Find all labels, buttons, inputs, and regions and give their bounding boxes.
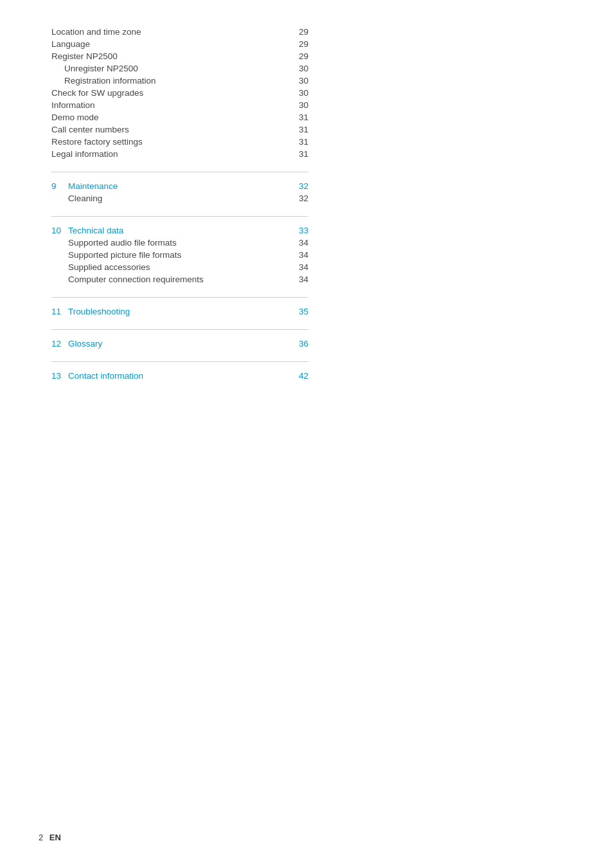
section-divider	[51, 329, 308, 330]
toc-item-label: Demo mode	[51, 113, 289, 122]
toc-item-label: Supplied accessories	[68, 262, 289, 272]
toc-item-page: 29	[289, 27, 308, 37]
section-page: 33	[289, 226, 308, 235]
toc-item-label: Check for SW upgrades	[51, 88, 289, 98]
section-number: 11	[51, 307, 66, 316]
toc-item-page: 31	[289, 137, 308, 147]
section-title: Technical data	[66, 226, 289, 235]
toc-item: Language29	[51, 38, 308, 50]
section-header-row: 12 Glossary 36	[51, 336, 308, 350]
toc-sub-item: Computer connection requirements34	[68, 273, 308, 285]
toc-item-page: 31	[289, 149, 308, 159]
toc-item: Call center numbers31	[51, 123, 308, 136]
toc-item-page: 34	[289, 238, 308, 248]
section-header-row: 10 Technical data 33	[51, 223, 308, 237]
section-header-row: 11 Troubleshooting 35	[51, 304, 308, 318]
toc-item-label: Cleaning	[68, 194, 289, 203]
toc-item-label: Location and time zone	[51, 27, 289, 37]
toc-item: Demo mode31	[51, 111, 308, 123]
toc-item-label: Register NP2500	[51, 51, 289, 61]
section-title: Maintenance	[66, 181, 289, 191]
toc-sub-item: Supplied accessories34	[68, 261, 308, 273]
toc-item-page: 34	[289, 262, 308, 272]
section-header-row: 9 Maintenance 32	[51, 179, 308, 192]
section-divider	[51, 361, 308, 362]
toc-item-page: 30	[289, 76, 308, 86]
sub-items: Cleaning32	[68, 192, 308, 204]
toc-item-page: 32	[289, 194, 308, 203]
sub-items: Supported audio file formats34Supported …	[68, 237, 308, 285]
section-page: 36	[289, 339, 308, 348]
toc-item: Check for SW upgrades30	[51, 87, 308, 99]
toc-item-label: Computer connection requirements	[68, 275, 289, 284]
toc-item-page: 29	[289, 39, 308, 49]
toc-item-page: 31	[289, 113, 308, 122]
toc-item-label: Information	[51, 100, 289, 110]
toc-item-label: Registration information	[64, 76, 289, 86]
toc-item-label: Supported audio file formats	[68, 238, 289, 248]
toc-sub-item: Supported picture file formats34	[68, 249, 308, 261]
toc-item-page: 30	[289, 64, 308, 73]
section-divider	[51, 172, 308, 172]
toc-item: Location and time zone29	[51, 26, 308, 38]
section-block: 10 Technical data 33 Supported audio fil…	[51, 216, 308, 285]
toc-item-label: Legal information	[51, 149, 289, 159]
section-block: 13 Contact information 42	[51, 361, 308, 382]
toc-item-label: Supported picture file formats	[68, 250, 289, 260]
section-header-row: 13 Contact information 42	[51, 368, 308, 382]
toc-item-label: Call center numbers	[51, 125, 289, 134]
toc-item-label: Unregister NP2500	[64, 64, 289, 73]
footer-language: EN	[49, 833, 61, 842]
toc-item: Unregister NP250030	[51, 62, 308, 75]
section-number: 12	[51, 339, 66, 348]
toc-item-label: Language	[51, 39, 289, 49]
section-divider	[51, 297, 308, 298]
footer-page-number: 2	[39, 833, 43, 842]
section-number: 13	[51, 371, 66, 381]
section-block: 9 Maintenance 32 Cleaning32	[51, 172, 308, 204]
toc-item: Registration information30	[51, 75, 308, 87]
section-title: Glossary	[66, 339, 289, 348]
section-page: 32	[289, 181, 308, 191]
section-title: Troubleshooting	[66, 307, 289, 316]
section-divider	[51, 216, 308, 217]
toc-item: Legal information31	[51, 148, 308, 160]
top-items-block: Location and time zone29Language29Regist…	[51, 26, 308, 160]
section-number: 10	[51, 226, 66, 235]
footer: 2 EN	[39, 833, 61, 842]
toc-item-page: 34	[289, 275, 308, 284]
toc-item-page: 29	[289, 51, 308, 61]
section-page: 35	[289, 307, 308, 316]
toc-item-page: 34	[289, 250, 308, 260]
toc-item-page: 31	[289, 125, 308, 134]
section-title: Contact information	[66, 371, 289, 381]
toc-item-page: 30	[289, 88, 308, 98]
toc-item: Restore factory settings31	[51, 136, 308, 148]
toc-item-label: Restore factory settings	[51, 137, 289, 147]
table-of-contents: Location and time zone29Language29Regist…	[51, 26, 308, 382]
toc-sub-item: Supported audio file formats34	[68, 237, 308, 249]
toc-item-page: 30	[289, 100, 308, 110]
section-number: 9	[51, 181, 66, 191]
section-page: 42	[289, 371, 308, 381]
toc-item: Information30	[51, 99, 308, 111]
toc-sub-item: Cleaning32	[68, 192, 308, 204]
toc-item: Register NP250029	[51, 50, 308, 62]
section-block: 12 Glossary 36	[51, 329, 308, 350]
section-block: 11 Troubleshooting 35	[51, 297, 308, 318]
